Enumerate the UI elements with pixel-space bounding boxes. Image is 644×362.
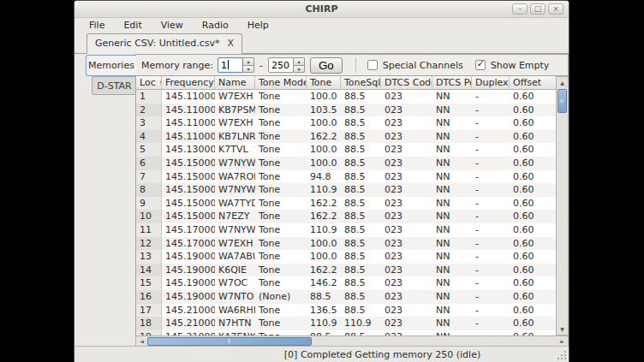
table-row[interactable]: 1145.110000W7EXHTone100.088.5023NN-0.60	[136, 90, 556, 104]
table-cell[interactable]: 145.150000	[162, 210, 215, 223]
table-row[interactable]: 8145.150000W7NYWTone110.988.5023NN-0.60	[136, 183, 556, 197]
scroll-up-icon[interactable]: ▲	[557, 77, 568, 88]
table-cell[interactable]: W7OC	[215, 276, 255, 290]
table-cell[interactable]: N7HTN	[215, 317, 255, 330]
table-cell[interactable]: NN	[432, 264, 472, 277]
row-header-cell[interactable]: 2	[136, 104, 162, 117]
table-cell[interactable]: 145.110000	[162, 90, 215, 104]
range-start-spin-down-icon[interactable]: ▾	[243, 65, 254, 74]
table-cell[interactable]: (None)	[255, 290, 307, 304]
table-row[interactable]: 5145.130000K7TVLTone100.088.5023NN-0.60	[136, 143, 556, 157]
table-row[interactable]: 16145.190000W7NTO(None)88.588.5023NN-0.6…	[136, 290, 556, 304]
table-cell[interactable]: 88.5	[341, 183, 381, 197]
table-cell[interactable]: 023	[381, 250, 432, 264]
row-header-cell[interactable]: 11	[136, 223, 162, 237]
row-header-cell[interactable]: 9	[136, 197, 162, 211]
resize-grip[interactable]	[557, 350, 567, 360]
row-header-cell[interactable]: 1	[136, 90, 162, 104]
table-cell[interactable]: 88.5	[341, 264, 381, 277]
table-cell[interactable]: 100.0	[307, 90, 341, 104]
special-channels-checkbox[interactable]	[367, 60, 378, 70]
table-cell[interactable]: 162.2	[307, 197, 341, 211]
table-cell[interactable]: NN	[432, 304, 472, 317]
table-cell[interactable]: 023	[381, 264, 432, 277]
row-header-cell[interactable]: 6	[136, 157, 162, 170]
table-cell[interactable]: 145.210000	[162, 304, 215, 317]
table-cell[interactable]: -	[472, 157, 510, 170]
table-cell[interactable]: Tone	[255, 210, 307, 223]
table-cell[interactable]: Tone	[255, 143, 307, 157]
table-cell[interactable]: 145.190000	[162, 264, 215, 277]
table-cell[interactable]: 023	[381, 290, 432, 304]
row-header-cell[interactable]: 3	[136, 116, 162, 130]
table-cell[interactable]: 145.110000	[162, 104, 215, 117]
table-row[interactable]: 11145.170000W7NYWTone110.988.5023NN-0.60	[136, 223, 556, 237]
menu-item-file[interactable]: File	[86, 19, 107, 33]
menu-item-edit[interactable]: Edit	[121, 19, 144, 33]
table-cell[interactable]: 023	[381, 197, 432, 211]
table-cell[interactable]: -	[472, 104, 510, 117]
row-header-cell[interactable]: 16	[136, 290, 162, 304]
table-cell[interactable]: 0.60	[510, 223, 556, 237]
table-cell[interactable]: 023	[381, 170, 432, 184]
maximize-button[interactable]: □	[530, 3, 546, 15]
tab-close-button[interactable]: X	[227, 38, 234, 53]
table-cell[interactable]: 023	[381, 130, 432, 144]
table-cell[interactable]: NN	[432, 276, 472, 290]
table-cell[interactable]: NN	[432, 250, 472, 264]
table-cell[interactable]: -	[472, 143, 510, 157]
table-row[interactable]: 18145.210000N7HTNTone110.9110.9023NN-0.6…	[136, 317, 556, 330]
row-header-cell[interactable]: 8	[136, 183, 162, 197]
table-cell[interactable]: 110.9	[341, 317, 381, 330]
table-cell[interactable]: W7EXH	[215, 90, 255, 104]
table-cell[interactable]: 0.60	[510, 264, 556, 277]
table-cell[interactable]: K7TVL	[215, 143, 255, 157]
table-cell[interactable]: 023	[381, 276, 432, 290]
table-cell[interactable]: Tone	[255, 304, 307, 317]
table-cell[interactable]: 162.2	[307, 130, 341, 144]
table-cell[interactable]: -	[472, 237, 510, 251]
table-cell[interactable]: 100.0	[307, 157, 341, 170]
header-cell-dtcs-code[interactable]: DTCS Code	[381, 76, 432, 90]
table-cell[interactable]: Tone	[255, 276, 307, 290]
table-cell[interactable]: -	[472, 183, 510, 197]
table-cell[interactable]: 136.5	[307, 304, 341, 317]
table-cell[interactable]: WA7ABU	[215, 250, 255, 264]
table-cell[interactable]: 145.110000	[162, 116, 215, 130]
table-cell[interactable]: 145.170000	[162, 223, 215, 237]
row-header-cell[interactable]: 18	[136, 317, 162, 330]
range-end-input[interactable]	[268, 57, 294, 73]
table-cell[interactable]: 145.210000	[162, 317, 215, 330]
header-cell-loc[interactable]: Loc∨	[136, 76, 162, 90]
row-header-cell[interactable]: 7	[136, 170, 162, 184]
table-cell[interactable]: KB7LNR	[215, 130, 255, 144]
table-cell[interactable]: NN	[432, 116, 472, 130]
table-cell[interactable]: 0.60	[510, 90, 556, 104]
table-cell[interactable]: 88.5	[341, 104, 381, 117]
table-cell[interactable]: NN	[432, 104, 472, 117]
table-cell[interactable]: 100.0	[307, 143, 341, 157]
table-cell[interactable]: 88.5	[341, 90, 381, 104]
table-cell[interactable]: 145.150000	[162, 183, 215, 197]
scroll-down-icon[interactable]: ▼	[557, 323, 568, 335]
table-cell[interactable]: 100.0	[307, 237, 341, 251]
header-cell-duplex[interactable]: Duplex	[472, 76, 510, 90]
table-row[interactable]: 14145.190000K6QIETone162.288.5023NN-0.60	[136, 264, 556, 277]
table-cell[interactable]: -	[472, 317, 510, 330]
table-cell[interactable]: Tone	[255, 116, 307, 130]
table-cell[interactable]: KB7PSM	[215, 104, 255, 117]
table-row[interactable]: 15145.190000W7OCTone146.288.5023NN-0.60	[136, 276, 556, 290]
table-cell[interactable]: 0.60	[510, 317, 556, 330]
table-cell[interactable]: NN	[432, 157, 472, 170]
table-cell[interactable]: 162.2	[307, 264, 341, 277]
menu-item-view[interactable]: View	[158, 19, 186, 33]
row-header-cell[interactable]: 5	[136, 143, 162, 157]
table-row[interactable]: 4145.110000KB7LNRTone162.288.5023NN-0.60	[136, 130, 556, 144]
header-cell-name[interactable]: Name	[215, 76, 255, 90]
table-cell[interactable]: NN	[432, 170, 472, 184]
table-cell[interactable]: W7NTO	[215, 290, 255, 304]
vertical-scrollbar-thumb[interactable]: ≡	[558, 89, 567, 113]
table-cell[interactable]: -	[472, 116, 510, 130]
minimize-button[interactable]: –	[512, 3, 528, 15]
table-cell[interactable]: Tone	[255, 157, 307, 170]
